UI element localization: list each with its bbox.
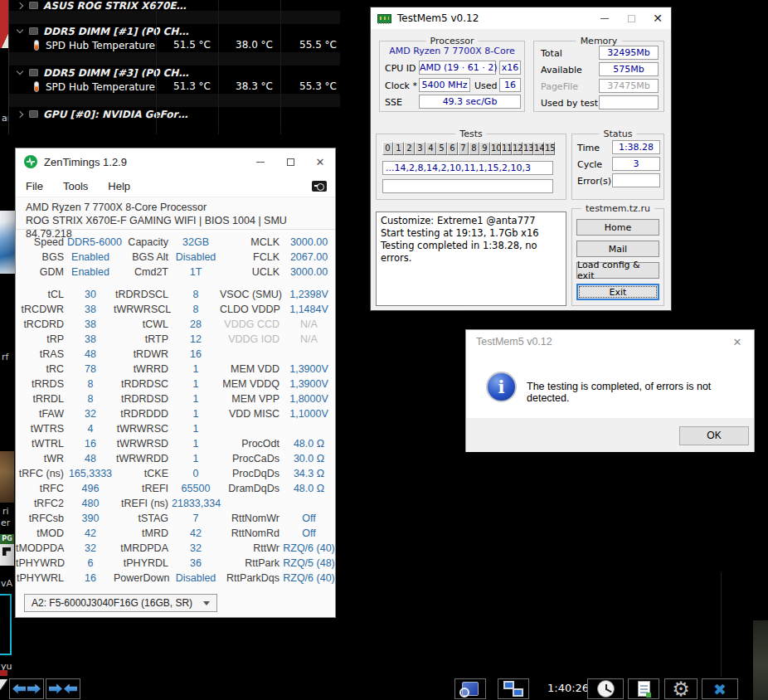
test-3-button[interactable]: 3 — [415, 142, 425, 155]
sensor-min-value: 38.0 °C — [236, 38, 273, 52]
test-extra-field[interactable] — [382, 179, 553, 193]
timing-value: 1 — [172, 408, 220, 420]
test-0-button[interactable]: 0 — [382, 142, 393, 155]
arrow-right-icon — [49, 684, 62, 694]
test-13-button[interactable]: 13 — [523, 142, 533, 155]
sse-speed-field[interactable]: 49.3 sec/Gb — [419, 95, 521, 109]
arrows-in-button[interactable] — [46, 678, 80, 699]
timing-label: tRP — [16, 333, 67, 345]
sensor-group-row[interactable]: DDR5 DIMM [#3] (P0 CH… — [9, 66, 340, 80]
sensor-group-row[interactable]: ASUS ROG STRIX X670E… — [9, 0, 340, 11]
clock-button[interactable] — [587, 678, 624, 699]
clock-icon — [597, 680, 615, 698]
close-button[interactable]: ✕ — [644, 7, 671, 29]
chevron-down-icon[interactable] — [17, 68, 23, 75]
menu-file[interactable]: File — [16, 180, 53, 192]
dimm-select[interactable]: A2: F5-6000J3040F16G (16GB, SR) — [24, 594, 217, 612]
chevron-down-icon[interactable] — [17, 27, 23, 33]
memory-available-field[interactable]: 575Mb — [599, 62, 659, 76]
timing-value: 1 — [172, 378, 220, 390]
groupbox-legend: Status — [599, 129, 636, 139]
test-10-button[interactable]: 10 — [490, 142, 501, 155]
minimize-button[interactable] — [245, 148, 275, 175]
sensor-label: SPD Hub Temperature — [46, 81, 155, 93]
load-config-exit-button[interactable]: Load config & exit — [576, 262, 659, 279]
chevron-right-icon[interactable] — [17, 2, 23, 8]
timing-value: 30 — [67, 289, 114, 300]
testmem5-titlebar[interactable]: TestMem5 v0.12 ✕ — [371, 7, 671, 29]
arrows-out-button[interactable] — [9, 678, 44, 699]
close-button[interactable]: ✕ — [305, 148, 335, 175]
test-4-button[interactable]: 4 — [425, 142, 436, 155]
sensor-group-row[interactable]: GPU [#0]: NVIDIA GeFor… — [9, 107, 340, 121]
minimize-button[interactable] — [591, 7, 618, 29]
dimm-chip-icon — [29, 110, 38, 118]
window-title: TestMem5 v0.12 — [397, 12, 479, 24]
search-window-button[interactable] — [454, 678, 486, 699]
sse-label: SSE — [385, 97, 402, 108]
memory-used-field[interactable] — [599, 95, 659, 109]
home-button[interactable]: Home — [576, 219, 659, 236]
test-5-button[interactable]: 5 — [436, 142, 447, 155]
sensor-min-value: 38.3 °C — [236, 80, 273, 94]
memory-total-field[interactable]: 32495Mb — [599, 46, 659, 60]
maximize-button[interactable] — [275, 148, 305, 175]
menu-tools[interactable]: Tools — [53, 180, 98, 192]
timing-value: 1 — [172, 363, 220, 375]
tests-groupbox: Tests 0123456789101112131415 ...14,2,8,1… — [376, 134, 566, 200]
mouse-cursor — [0, 679, 7, 690]
used-threads-field[interactable]: 16 — [499, 78, 521, 92]
clock-field[interactable]: 5400 MHz — [419, 78, 470, 92]
exit-button[interactable]: Exit — [576, 284, 659, 300]
memory-pagefile-label: PageFile — [541, 81, 578, 92]
cpu-multiplier-field[interactable]: x16 — [499, 61, 521, 75]
test-14-button[interactable]: 14 — [533, 142, 544, 155]
timings-row: BGSEnabledBGS AltDisabledFCLK2067.00 — [16, 250, 335, 265]
test-12-button[interactable]: 12 — [512, 142, 523, 155]
zentimings-titlebar[interactable]: ZenTimings 1.2.9 ✕ — [16, 148, 335, 175]
test-11-button[interactable]: 11 — [501, 142, 512, 155]
test-15-button[interactable]: 15 — [544, 142, 555, 155]
test-1-button[interactable]: 1 — [393, 142, 404, 155]
close-icon: ✕ — [316, 156, 325, 168]
screenshot-camera-icon[interactable] — [312, 181, 327, 192]
timing-value: 8 — [172, 289, 220, 300]
maximize-icon — [287, 158, 294, 166]
status-cycle-label: Cycle — [577, 159, 602, 170]
timing-value: 32GB — [172, 236, 220, 248]
dialog-titlebar[interactable]: TestMem5 v0.12 ✕ — [466, 330, 754, 353]
test-sequence-field[interactable]: ...14,2,8,14,2,10,11,1,15,2,10,3 — [382, 161, 553, 175]
ok-button[interactable]: OK — [679, 426, 749, 445]
timing-label: tRDRDSCL — [114, 289, 172, 300]
test-6-button[interactable]: 6 — [447, 142, 458, 155]
timing-value: 1T — [172, 266, 220, 278]
timing-label: tRFC (ns) — [16, 468, 67, 479]
used-label: Used — [474, 80, 498, 91]
taskbar: 1:40:26 ⚙ ✖ — [0, 677, 753, 700]
test-7-button[interactable]: 7 — [458, 142, 469, 155]
document-button[interactable] — [628, 678, 659, 699]
sensor-group-row[interactable]: DDR5 DIMM [#1] (P0 CH… — [9, 24, 340, 38]
test-2-button[interactable]: 2 — [404, 142, 415, 155]
cpu-id-field[interactable]: AMD (19 · 61 · 2) — [419, 61, 496, 75]
status-errors-label: Error(s) — [577, 176, 611, 187]
timing-value: 32 — [172, 542, 220, 554]
close-icon: ✕ — [653, 12, 663, 25]
status-errors-field — [612, 173, 660, 187]
menu-help[interactable]: Help — [98, 180, 140, 192]
timing-value: 1 — [172, 438, 220, 450]
timing-value: 65500 — [172, 483, 220, 494]
timing-value: 1,1000V — [283, 408, 335, 420]
timing-label: tPHYRDL — [114, 557, 172, 569]
timing-label: PowerDown — [114, 572, 172, 584]
timing-value: 480 — [67, 498, 114, 509]
test-8-button[interactable]: 8 — [469, 142, 479, 155]
test-9-button[interactable]: 9 — [479, 142, 490, 155]
close-icon[interactable]: ✕ — [721, 336, 754, 348]
close-app-button[interactable]: ✖ — [702, 678, 738, 699]
mail-button[interactable]: Mail — [576, 241, 659, 257]
network-button[interactable] — [498, 678, 529, 699]
timing-value: RZQ/5 (48) — [283, 557, 335, 569]
chevron-right-icon[interactable] — [17, 110, 23, 117]
settings-button[interactable]: ⚙ — [664, 678, 698, 699]
